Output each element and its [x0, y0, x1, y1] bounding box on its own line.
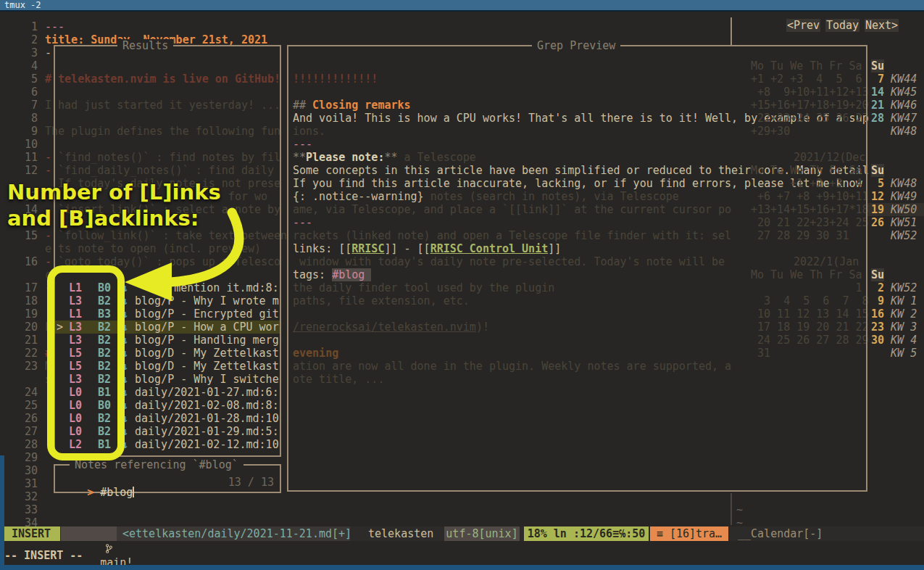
- result-label: blog/P - Why I switche: [135, 373, 279, 386]
- backlinks-count-badge: B2: [98, 321, 111, 334]
- result-label: blog/D - My Zettelkast: [135, 360, 279, 373]
- prompt-char: >: [87, 486, 93, 499]
- window-separator-top: [731, 17, 732, 45]
- result-label: blog/P - Encrypted git: [135, 307, 279, 321]
- text-run: Su: [871, 59, 884, 73]
- text-run: 2022/1(Jan: [794, 255, 859, 268]
- result-row[interactable]: sL3B2↓blog/P - Why I switche: [0, 373, 924, 386]
- down-arrow-icon: ↓: [122, 425, 128, 438]
- text-row: ---: [0, 138, 924, 151]
- calendar-prev-button[interactable]: <Prev: [786, 19, 820, 32]
- result-row[interactable]: L0B0↓daily/2021-02-08.md:8:: [0, 399, 924, 412]
- window-title: tmux -2: [4, 0, 41, 10]
- line-number: 30: [17, 464, 38, 477]
- down-arrow-icon: ↓: [122, 334, 128, 347]
- result-label: blog/P - Handling merg: [135, 334, 279, 347]
- text-row: 3-: [0, 46, 924, 59]
- buffer-name: telekasten: [368, 526, 444, 541]
- calendar-window-label[interactable]: __Calendar[-]: [738, 526, 839, 541]
- down-arrow-icon: ↓: [122, 373, 128, 386]
- prompt-input[interactable]: > #blog: [61, 473, 134, 512]
- links-count-badge: L3: [69, 373, 82, 386]
- text-row: Su: [0, 164, 924, 177]
- text-run: Su: [871, 164, 884, 177]
- down-arrow-icon: ↓: [122, 307, 128, 321]
- text-run: 5: [871, 177, 884, 190]
- text-row: 2022/1(Jan: [0, 255, 924, 268]
- buffer-margin-char: M: [45, 360, 51, 373]
- selection-caret: >: [57, 321, 63, 334]
- result-label: blog/P - How a CPU wor: [135, 321, 279, 334]
- text-row: 7 KW44: [0, 73, 924, 86]
- down-arrow-icon: ↓: [122, 360, 128, 373]
- text-row: 21 KW46: [0, 99, 924, 112]
- result-row[interactable]: ML5B2↓blog/D - My Zettelkast: [0, 360, 924, 373]
- filename-segment: <ettelkasten/daily/2021-11-21.md[+]: [117, 526, 350, 541]
- command-line-mode: -- INSERT --: [4, 549, 83, 562]
- text-row: ~: [0, 503, 924, 516]
- tabs-segment[interactable]: ≡ [16]tra…: [650, 526, 728, 541]
- result-row[interactable]: -L1B0↓ i mention it.md:8:: [0, 281, 924, 294]
- text-row: 14 KW45: [0, 86, 924, 99]
- text-run: KW48: [884, 177, 917, 190]
- text-run: 7: [871, 73, 884, 86]
- text-row: 30: [0, 464, 924, 477]
- text-run: KW44: [884, 73, 917, 86]
- text-run: 12: [871, 190, 884, 203]
- backlinks-count-badge: B2: [98, 360, 111, 373]
- result-row[interactable]: L2B1↓daily/2021-02-12.md:10: [0, 438, 924, 451]
- result-row[interactable]: L0B2↓daily/2021-01-29.md:5:: [0, 425, 924, 438]
- text-run: KW45: [884, 86, 917, 99]
- text-run: KW51: [884, 216, 917, 229]
- text-run: ]] - [[: [384, 242, 430, 255]
- links-count-badge: L0: [69, 386, 82, 399]
- position-segment: 18% ln :12/66≡℅:50: [524, 526, 649, 541]
- backlinks-count-badge: B0: [98, 281, 111, 294]
- text-run: 2021/12(Dec: [794, 151, 865, 164]
- text-run: ---: [293, 138, 312, 151]
- text-run: KW52: [884, 229, 917, 242]
- backlinks-count-badge: B2: [98, 373, 111, 386]
- text-run: KW48: [884, 125, 917, 138]
- result-row[interactable]: L3B2↓blog/P - Handling merg: [0, 334, 924, 347]
- terminal-window: tmux -2 1---2title: Sunday, November 21s…: [0, 0, 924, 570]
- result-label: blog/D - My Zettelkast: [135, 347, 279, 360]
- result-row[interactable]: L3B2↓blog/P - Why I wrote m: [0, 294, 924, 307]
- text-row: 2021/12(Dec: [0, 151, 924, 164]
- frame-bottom: [0, 565, 924, 570]
- text-run: links: [[: [293, 242, 351, 255]
- backlinks-count-badge: B2: [98, 347, 111, 360]
- result-row[interactable]: L0B1↓daily/2021-01-27.md:6:: [0, 386, 924, 399]
- links-count-badge: L2: [69, 438, 82, 451]
- result-row[interactable]: F>L3B2↓blog/P - How a CPU wor: [0, 321, 924, 334]
- text-run: KW47: [884, 112, 917, 125]
- text-cursor: [133, 487, 134, 497]
- result-row[interactable]: #L5B2↓blog/D - My Zettelkast: [0, 347, 924, 360]
- line-number: 32: [17, 490, 38, 503]
- text-row: Su: [0, 268, 924, 281]
- calendar-today-button[interactable]: Today: [825, 19, 860, 32]
- buffer-margin-char: s: [45, 373, 51, 386]
- text-run: ---: [45, 20, 64, 33]
- result-row[interactable]: L0B2↓daily/2021-01-28.md:10: [0, 412, 924, 425]
- text-row: 31: [0, 477, 924, 490]
- links-count-badge: L1: [69, 281, 82, 294]
- calendar-next-button[interactable]: Next>: [865, 19, 899, 32]
- line-number: 3: [17, 46, 38, 59]
- annotation-line-2: and [B]acklinks:: [7, 206, 199, 231]
- text-run: ~: [736, 503, 743, 516]
- links-count-badge: L0: [69, 399, 82, 412]
- down-arrow-icon: ↓: [122, 281, 128, 294]
- result-count: 13 / 13: [228, 476, 274, 489]
- backlinks-count-badge: B1: [98, 438, 111, 451]
- down-arrow-icon: ↓: [122, 347, 128, 360]
- backlinks-count-badge: B2: [98, 412, 111, 425]
- result-label: daily/2021-01-28.md:10: [135, 412, 279, 425]
- text-run: RRISC: [351, 242, 384, 255]
- result-row[interactable]: L1B3↓blog/P - Encrypted git: [0, 307, 924, 321]
- backlinks-count-badge: B2: [98, 334, 111, 347]
- text-row: Su: [0, 59, 924, 73]
- text-run: 28: [871, 112, 884, 125]
- line-number: 31: [17, 477, 38, 490]
- down-arrow-icon: ↓: [122, 386, 128, 399]
